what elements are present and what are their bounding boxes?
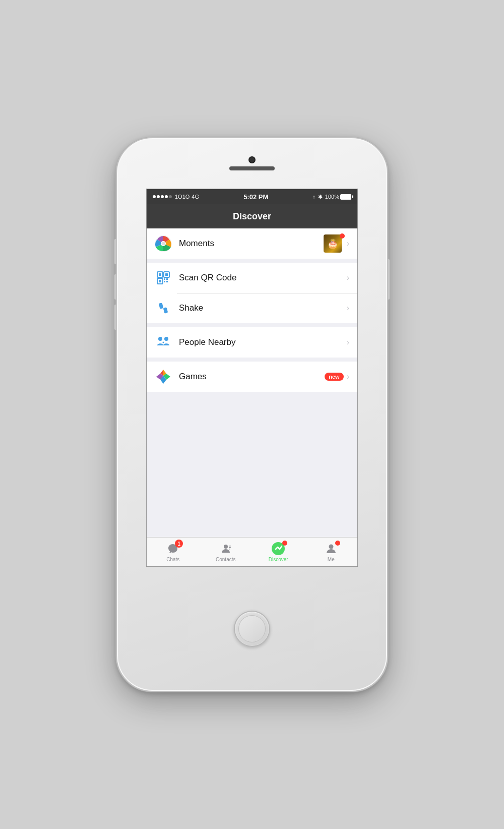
tab-contacts[interactable]: Contacts — [200, 542, 253, 562]
moments-label: Moments — [179, 239, 324, 249]
svg-rect-6 — [165, 273, 168, 276]
svg-rect-12 — [166, 281, 168, 282]
status-right: ↑ ✱ 100% — [312, 194, 351, 200]
signal-dots — [153, 195, 172, 198]
location-icon: ↑ — [312, 194, 316, 200]
svg-rect-20 — [229, 546, 231, 547]
battery-icon — [340, 194, 351, 200]
svg-rect-9 — [164, 278, 165, 280]
signal-dot-4 — [165, 195, 168, 198]
games-icon — [155, 368, 172, 385]
games-right: new › — [325, 372, 349, 381]
svg-point-19 — [224, 545, 228, 549]
network-type: 4G — [192, 194, 199, 200]
games-menu-item[interactable]: Games new › — [147, 362, 357, 392]
people-nearby-label: People Nearby — [179, 337, 347, 347]
home-button-inner — [238, 615, 266, 642]
contacts-tab-label: Contacts — [216, 557, 235, 562]
status-time: 5:02 PM — [243, 193, 268, 201]
bluetooth-icon: ✱ — [318, 194, 323, 200]
discover-tab-label: Discover — [269, 557, 288, 562]
people-nearby-menu-item[interactable]: People Nearby › — [147, 327, 357, 358]
nav-title: Discover — [233, 211, 271, 222]
shake-label: Shake — [179, 303, 347, 313]
signal-dot-2 — [157, 195, 160, 198]
moments-thumbnail: 🎂 — [324, 234, 342, 253]
status-left: 1O1O 4G — [153, 194, 199, 200]
svg-point-24 — [329, 545, 333, 549]
signal-dot-3 — [161, 195, 164, 198]
scan-shake-section: Scan QR Code › Shake — [147, 263, 357, 323]
scan-qr-menu-item[interactable]: Scan QR Code › — [147, 263, 357, 293]
moments-thumb-inner: 🎂 — [324, 234, 342, 253]
svg-point-17 — [163, 342, 164, 343]
discover-tab-icon — [271, 542, 285, 556]
me-tab-label: Me — [328, 557, 335, 562]
me-dot — [335, 541, 340, 546]
home-button[interactable] — [234, 611, 270, 647]
svg-rect-13 — [159, 303, 164, 309]
phone-bottom — [234, 567, 270, 691]
shake-icon — [155, 300, 172, 317]
content-area: Moments 🎂 › — [147, 228, 357, 566]
scan-qr-label: Scan QR Code — [179, 273, 347, 283]
moments-icon — [155, 235, 172, 252]
people-nearby-right: › — [347, 338, 349, 347]
nav-bar: Discover — [147, 204, 357, 228]
games-chevron: › — [347, 372, 349, 381]
people-nearby-section: People Nearby › — [147, 327, 357, 358]
svg-point-2 — [162, 242, 165, 246]
tab-me[interactable]: Me — [305, 542, 358, 562]
battery-container: 100% — [325, 194, 351, 200]
svg-rect-21 — [229, 547, 231, 548]
games-new-badge: new — [325, 373, 343, 381]
chats-tab-icon: 1 — [166, 542, 180, 556]
svg-rect-14 — [163, 307, 168, 313]
tab-chats[interactable]: 1 Chats — [147, 542, 200, 562]
svg-rect-10 — [166, 278, 168, 280]
moments-section: Moments 🎂 › — [147, 228, 357, 259]
shake-chevron: › — [347, 304, 349, 313]
signal-dot-1 — [153, 195, 156, 198]
games-label: Games — [179, 372, 325, 382]
moments-menu-item[interactable]: Moments 🎂 › — [147, 228, 357, 259]
contacts-tab-icon — [219, 542, 233, 556]
chats-tab-label: Chats — [166, 557, 179, 562]
svg-rect-8 — [159, 280, 161, 282]
scan-qr-right: › — [347, 273, 349, 282]
moments-chevron: › — [347, 239, 349, 248]
shake-menu-item[interactable]: Shake › — [147, 293, 357, 323]
battery-percent: 100% — [325, 194, 339, 200]
phone-frame: 1O1O 4G 5:02 PM ↑ ✱ 100% Discover — [116, 137, 388, 692]
scan-qr-chevron: › — [347, 273, 349, 282]
tab-discover[interactable]: Discover — [252, 542, 305, 562]
games-section: Games new › — [147, 362, 357, 392]
svg-rect-11 — [164, 281, 165, 282]
speaker-grille — [229, 166, 275, 170]
carrier-text: 1O1O — [175, 194, 190, 200]
scan-qr-icon — [155, 269, 172, 286]
moments-right: 🎂 › — [324, 234, 349, 253]
me-tab-icon — [324, 542, 338, 556]
front-camera — [248, 156, 256, 163]
svg-rect-4 — [159, 273, 161, 276]
status-bar: 1O1O 4G 5:02 PM ↑ ✱ 100% — [147, 189, 357, 204]
svg-rect-22 — [229, 549, 230, 550]
svg-point-15 — [158, 337, 162, 341]
people-nearby-chevron: › — [347, 338, 349, 347]
phone-top — [117, 138, 387, 189]
chats-badge: 1 — [175, 540, 183, 548]
discover-dot — [282, 541, 287, 546]
shake-right: › — [347, 304, 349, 313]
people-nearby-icon — [155, 334, 172, 351]
phone-screen: 1O1O 4G 5:02 PM ↑ ✱ 100% Discover — [146, 189, 358, 567]
svg-point-16 — [164, 337, 168, 341]
tab-bar: 1 Chats Contacts — [147, 537, 357, 566]
content-spacer — [147, 396, 357, 537]
moments-red-dot — [340, 233, 345, 239]
moments-thumbnail-container: 🎂 — [324, 234, 344, 253]
signal-dot-5 — [169, 195, 172, 198]
